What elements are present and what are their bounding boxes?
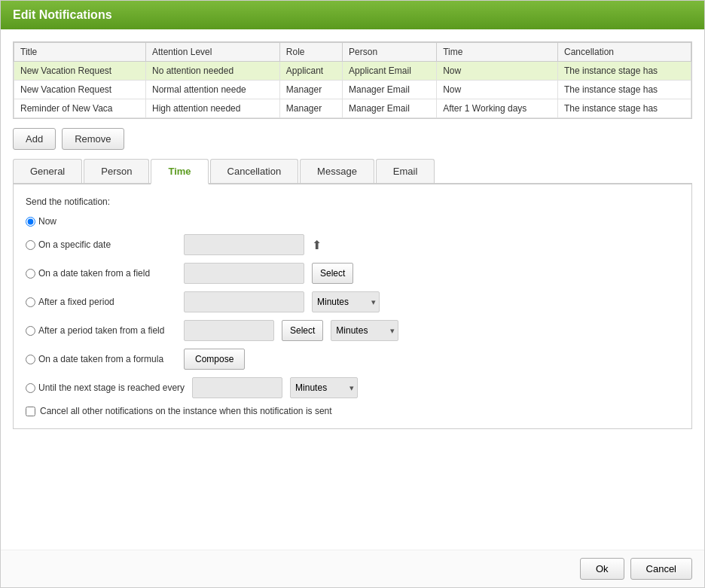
compose-button[interactable]: Compose bbox=[184, 349, 245, 370]
table-header-row: Title Attention Level Role Person Time C… bbox=[14, 43, 691, 62]
table-cell: No attention needed bbox=[146, 62, 280, 81]
next-stage-input[interactable] bbox=[192, 377, 282, 398]
option-row-date-field: On a date taken from a field Select bbox=[26, 263, 679, 284]
table-actions: Add Remove bbox=[13, 128, 692, 150]
notifications-table-wrapper: Title Attention Level Role Person Time C… bbox=[13, 41, 692, 119]
cancel-checkbox-label: Cancel all other notifications on the in… bbox=[40, 406, 332, 416]
next-stage-unit-select[interactable]: Minutes Hours Days Weeks bbox=[290, 377, 358, 398]
col-title: Title bbox=[14, 43, 146, 62]
table-cell: Now bbox=[437, 81, 558, 99]
option-date-field-label[interactable]: On a date taken from a field bbox=[26, 268, 176, 279]
radio-now[interactable] bbox=[26, 217, 35, 227]
edit-notifications-dialog: Edit Notifications Title Attention Level… bbox=[0, 0, 705, 588]
tab-time[interactable]: Time bbox=[151, 159, 208, 184]
col-attention: Attention Level bbox=[146, 43, 280, 62]
tab-cancellation[interactable]: Cancellation bbox=[210, 159, 299, 183]
dialog-header: Edit Notifications bbox=[1, 1, 704, 29]
option-now-text: Now bbox=[38, 216, 56, 227]
option-fixed-period-text: After a fixed period bbox=[38, 297, 114, 307]
tab-email[interactable]: Email bbox=[376, 159, 435, 183]
option-specific-date-text: On a specific date bbox=[38, 239, 111, 250]
cancel-checkbox-row: Cancel all other notifications on the in… bbox=[26, 406, 679, 416]
upload-icon[interactable]: ⬆ bbox=[312, 238, 322, 252]
table-cell: Manager bbox=[279, 81, 342, 99]
option-row-specific-date: On a specific date ⬆ bbox=[26, 234, 679, 255]
table-cell: After 1 Working days bbox=[437, 99, 558, 118]
add-button[interactable]: Add bbox=[13, 128, 56, 150]
radio-fixed-period[interactable] bbox=[26, 297, 35, 307]
table-cell: New Vacation Request bbox=[14, 62, 146, 81]
next-stage-unit-wrapper: Minutes Hours Days Weeks bbox=[290, 377, 358, 398]
period-field-unit-wrapper: Minutes Hours Days Weeks bbox=[331, 320, 398, 341]
option-period-field-label[interactable]: After a period taken from a field bbox=[26, 325, 176, 336]
radio-specific-date[interactable] bbox=[26, 240, 35, 250]
table-cell: Normal attention neede bbox=[146, 81, 280, 99]
cancel-button[interactable]: Cancel bbox=[630, 558, 692, 580]
send-label: Send the notification: bbox=[26, 197, 679, 207]
option-formula-text: On a date taken from a formula bbox=[38, 354, 163, 364]
remove-button[interactable]: Remove bbox=[62, 128, 124, 150]
radio-date-field[interactable] bbox=[26, 269, 35, 279]
table-row[interactable]: New Vacation RequestNo attention neededA… bbox=[14, 62, 691, 81]
select-button-1[interactable]: Select bbox=[312, 263, 353, 284]
cancel-checkbox[interactable] bbox=[26, 407, 35, 416]
col-person: Person bbox=[343, 43, 437, 62]
specific-date-input[interactable] bbox=[184, 234, 304, 255]
table-cell: The instance stage has bbox=[557, 62, 691, 81]
tab-content-time: Send the notification: Now On a specific… bbox=[13, 184, 692, 429]
radio-formula[interactable] bbox=[26, 355, 35, 364]
col-time: Time bbox=[437, 43, 558, 62]
option-next-stage-text: Until the next stage is reached every bbox=[38, 382, 185, 393]
table-cell: Manager Email bbox=[343, 99, 437, 118]
fixed-period-unit-select[interactable]: Minutes Hours Days Weeks bbox=[312, 291, 380, 312]
select-button-2[interactable]: Select bbox=[282, 320, 323, 341]
option-row-next-stage: Until the next stage is reached every Mi… bbox=[26, 377, 679, 398]
table-cell: The instance stage has bbox=[557, 81, 691, 99]
option-now-label[interactable]: Now bbox=[26, 216, 176, 227]
radio-period-field[interactable] bbox=[26, 326, 35, 336]
dialog-title: Edit Notifications bbox=[13, 8, 112, 21]
table-cell: Manager bbox=[279, 99, 342, 118]
radio-next-stage[interactable] bbox=[26, 383, 35, 393]
period-field-unit-select[interactable]: Minutes Hours Days Weeks bbox=[331, 320, 398, 341]
dialog-footer: Ok Cancel bbox=[1, 550, 704, 587]
tabs-section: GeneralPersonTimeCancellationMessageEmai… bbox=[13, 159, 692, 429]
option-next-stage-label[interactable]: Until the next stage is reached every bbox=[26, 382, 185, 393]
option-row-period-field: After a period taken from a field Select… bbox=[26, 320, 679, 341]
tabs-bar: GeneralPersonTimeCancellationMessageEmai… bbox=[13, 159, 692, 184]
table-cell: The instance stage has bbox=[557, 99, 691, 118]
table-cell: Now bbox=[437, 62, 558, 81]
fixed-period-unit-wrapper: Minutes Hours Days Weeks bbox=[312, 291, 380, 312]
option-row-fixed-period: After a fixed period Minutes Hours Days … bbox=[26, 291, 679, 312]
fixed-period-input[interactable] bbox=[184, 291, 304, 312]
table-cell: Reminder of New Vaca bbox=[14, 99, 146, 118]
table-row[interactable]: New Vacation RequestNormal attention nee… bbox=[14, 81, 691, 99]
tab-general[interactable]: General bbox=[13, 159, 82, 183]
ok-button[interactable]: Ok bbox=[580, 558, 624, 580]
col-cancellation: Cancellation bbox=[557, 43, 691, 62]
option-row-formula: On a date taken from a formula Compose bbox=[26, 349, 679, 370]
tab-person[interactable]: Person bbox=[84, 159, 149, 183]
date-field-input[interactable] bbox=[184, 263, 304, 284]
dialog-body: Title Attention Level Role Person Time C… bbox=[1, 29, 704, 550]
table-row[interactable]: Reminder of New VacaHigh attention neede… bbox=[14, 99, 691, 118]
tab-message[interactable]: Message bbox=[300, 159, 374, 183]
option-formula-label[interactable]: On a date taken from a formula bbox=[26, 354, 176, 364]
col-role: Role bbox=[279, 43, 342, 62]
option-row-now: Now bbox=[26, 216, 679, 227]
table-cell: High attention needed bbox=[146, 99, 280, 118]
table-cell: New Vacation Request bbox=[14, 81, 146, 99]
period-field-input[interactable] bbox=[184, 320, 274, 341]
notifications-table: Title Attention Level Role Person Time C… bbox=[14, 42, 691, 118]
option-fixed-period-label[interactable]: After a fixed period bbox=[26, 297, 176, 307]
option-date-field-text: On a date taken from a field bbox=[38, 268, 150, 279]
table-cell: Applicant Email bbox=[343, 62, 437, 81]
option-period-field-text: After a period taken from a field bbox=[38, 325, 164, 336]
table-cell: Manager Email bbox=[343, 81, 437, 99]
table-cell: Applicant bbox=[279, 62, 342, 81]
option-specific-date-label[interactable]: On a specific date bbox=[26, 239, 176, 250]
